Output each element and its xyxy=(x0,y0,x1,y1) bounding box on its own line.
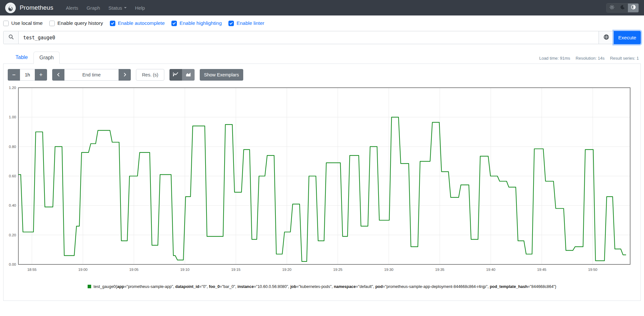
svg-text:19:40: 19:40 xyxy=(486,268,495,272)
tab-graph[interactable]: Graph xyxy=(34,52,59,64)
line-chart-toggle-button[interactable] xyxy=(169,69,182,81)
option-enable-linter[interactable]: Enable linter xyxy=(228,20,264,26)
end-time-control xyxy=(52,69,131,81)
stat-resolution: Resolution: 14s xyxy=(576,56,605,61)
nav-link-status[interactable]: Status xyxy=(109,5,127,11)
resolution-input[interactable] xyxy=(136,69,164,81)
theme-switcher xyxy=(606,3,639,13)
query-stats: Load time: 91msResolution: 14sResult ser… xyxy=(534,56,639,61)
legend-label-name: namespace xyxy=(334,284,356,289)
legend-text: ="kubernetes-pods", xyxy=(296,284,334,289)
legend-text: ="0", xyxy=(199,284,209,289)
svg-text:19:20: 19:20 xyxy=(282,268,292,272)
stat-result-series: Result series: 1 xyxy=(610,56,639,61)
query-input-group xyxy=(3,31,614,44)
option-label: Enable highlighting xyxy=(179,20,222,26)
legend-label-name: instance xyxy=(237,284,254,289)
legend-label-name: app xyxy=(117,284,124,289)
nav-link-help[interactable]: Help xyxy=(135,5,145,11)
svg-text:19:25: 19:25 xyxy=(333,268,342,272)
app-title[interactable]: Prometheus xyxy=(20,4,53,11)
legend-swatch-icon xyxy=(88,285,91,288)
chevron-left-icon xyxy=(56,72,61,78)
legend-label-name: pod_template_hash xyxy=(490,284,527,289)
option-label: Enable linter xyxy=(236,20,264,26)
option-label: Use local time xyxy=(11,20,43,26)
option-label: Enable autocomplete xyxy=(118,20,165,26)
nav-links: AlertsGraphStatusHelp xyxy=(62,5,149,11)
metrics-explorer-addon xyxy=(599,31,614,44)
option-use-local-time[interactable]: Use local time xyxy=(3,20,43,26)
show-exemplars-button[interactable]: Show Exemplars xyxy=(200,69,243,81)
range-input[interactable] xyxy=(20,69,35,81)
svg-text:19:30: 19:30 xyxy=(384,268,393,272)
range-decrease-button[interactable]: − xyxy=(8,69,20,81)
moon-icon xyxy=(620,5,625,11)
range-control: − + xyxy=(8,69,47,81)
checkmark-icon xyxy=(111,21,114,25)
series-legend[interactable]: test_gauge0{app="prometheus-sample-app",… xyxy=(4,284,640,289)
query-bar: Execute xyxy=(3,31,641,44)
execute-button[interactable]: Execute xyxy=(614,31,641,44)
legend-text: test_gauge0{ xyxy=(93,284,117,289)
legend-text: ="10.60.0.56:8080", xyxy=(254,284,290,289)
svg-text:1.00: 1.00 xyxy=(9,115,16,119)
series-line xyxy=(18,117,626,262)
checkbox-checked-icon[interactable] xyxy=(110,21,115,26)
svg-text:19:50: 19:50 xyxy=(588,268,597,272)
checkbox-unchecked-icon[interactable] xyxy=(49,21,55,26)
metric-chart[interactable]: 0.000.200.400.600.801.001.2018:5519:0019… xyxy=(7,85,636,276)
stacked-chart-icon xyxy=(186,72,191,78)
dropdown-caret-icon xyxy=(124,7,127,8)
prometheus-logo-icon[interactable] xyxy=(5,3,16,13)
checkbox-checked-icon[interactable] xyxy=(171,21,177,26)
auto-theme-button[interactable] xyxy=(628,4,639,12)
option-enable-highlighting[interactable]: Enable highlighting xyxy=(171,20,222,26)
option-enable-query-history[interactable]: Enable query history xyxy=(49,20,103,26)
query-options-bar: Use local timeEnable query historyEnable… xyxy=(0,15,644,30)
svg-text:19:15: 19:15 xyxy=(231,268,241,272)
svg-text:0.80: 0.80 xyxy=(9,145,16,149)
nav-link-alerts[interactable]: Alerts xyxy=(66,5,78,11)
nav-link-graph[interactable]: Graph xyxy=(87,5,100,11)
svg-text:0.20: 0.20 xyxy=(9,233,16,237)
svg-text:19:45: 19:45 xyxy=(537,268,546,272)
contrast-icon xyxy=(631,5,636,11)
end-time-input[interactable] xyxy=(64,69,119,81)
svg-text:0.60: 0.60 xyxy=(9,174,16,178)
legend-text: ="bar_0", xyxy=(220,284,237,289)
legend-label-name: foo_0 xyxy=(209,284,220,289)
globe-icon[interactable] xyxy=(603,34,609,41)
graph-panel: − + xyxy=(3,64,641,301)
settings-gear-button[interactable] xyxy=(607,4,617,12)
checkbox-checked-icon[interactable] xyxy=(228,21,234,26)
option-label: Enable query history xyxy=(57,20,103,26)
legend-text: ="default", xyxy=(356,284,375,289)
dark-theme-button[interactable] xyxy=(617,4,628,12)
resolution-control xyxy=(136,69,164,81)
chevron-right-icon xyxy=(123,72,127,78)
legend-text: ="prometheus-sample-app", xyxy=(124,284,176,289)
option-enable-autocomplete[interactable]: Enable autocomplete xyxy=(110,20,165,26)
chart-type-toggle xyxy=(169,69,195,81)
time-back-button[interactable] xyxy=(52,69,64,81)
svg-text:19:05: 19:05 xyxy=(129,268,139,272)
svg-text:0.00: 0.00 xyxy=(9,262,16,266)
legend-label-name: pod xyxy=(375,284,383,289)
time-forward-button[interactable] xyxy=(119,69,131,81)
checkmark-icon xyxy=(173,21,176,25)
legend-text: ="prometheus-sample-app-deployment-84466… xyxy=(383,284,490,289)
line-chart-icon xyxy=(173,72,178,78)
range-increase-button[interactable]: + xyxy=(35,69,47,81)
expression-input[interactable] xyxy=(19,31,599,44)
search-icon xyxy=(8,34,14,41)
checkbox-unchecked-icon[interactable] xyxy=(3,21,9,26)
tab-table[interactable]: Table xyxy=(10,51,34,64)
legend-text: ="844668c864"} xyxy=(528,284,556,289)
svg-text:19:00: 19:00 xyxy=(78,268,88,272)
stat-load-time: Load time: 91ms xyxy=(539,56,570,61)
graph-controls: − + xyxy=(8,69,640,81)
navbar: Prometheus AlertsGraphStatusHelp xyxy=(0,0,644,15)
svg-text:19:35: 19:35 xyxy=(435,268,445,272)
stacked-chart-toggle-button[interactable] xyxy=(182,69,195,81)
